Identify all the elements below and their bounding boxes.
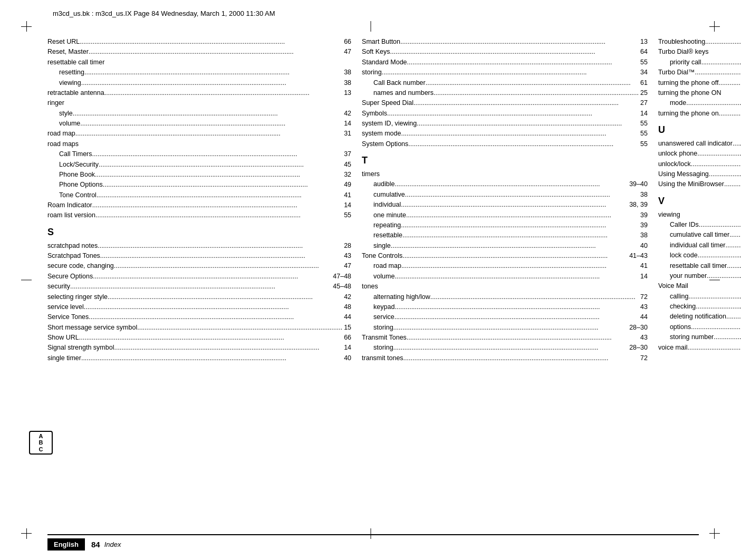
entry-number: 34	[640, 67, 648, 78]
entry-text: storing	[373, 323, 393, 333]
entry-text: Transmit Tones	[362, 333, 407, 343]
entry-number: 47	[344, 261, 351, 271]
entry-text: single timer	[47, 353, 81, 363]
entry-text: style	[59, 109, 73, 119]
entry-number: 14	[640, 272, 648, 282]
entry-number: 41	[344, 190, 351, 200]
entry-text: service level	[47, 302, 84, 312]
entry-dots: ........................................…	[84, 302, 342, 312]
entry-dots: ........................................…	[75, 129, 342, 139]
entry-text: Using Messaging	[658, 169, 709, 179]
entry-text: repeating	[373, 220, 401, 230]
entry-number: 55	[640, 57, 648, 67]
list-item: Symbols ................................…	[362, 109, 648, 119]
list-item: cumulative .............................…	[362, 190, 648, 200]
entry-text: Tone Control	[59, 190, 97, 200]
entry-number: 32	[344, 170, 351, 180]
entry-number: 13	[640, 37, 648, 47]
entry-dots: ........................................…	[70, 282, 331, 292]
entry-number: 37	[344, 149, 351, 159]
entry-number: 39	[640, 210, 648, 220]
list-item: service level ..........................…	[47, 302, 351, 312]
entry-text: Show URL	[47, 333, 79, 343]
entry-dots: ........................................…	[686, 98, 741, 108]
entry-text: Smart Button	[362, 37, 400, 47]
entry-dots: ........................................…	[434, 88, 639, 98]
page-header: m3cd_us.bk : m3cd_us.IX Page 84 Wednesda…	[53, 9, 688, 17]
list-item: Using the MiniBrowser ..................…	[658, 179, 741, 189]
entry-number: 38	[640, 230, 648, 240]
list-item: timers	[362, 169, 648, 179]
entry-number: 25	[640, 88, 648, 98]
entry-text: Turbo Dial™	[658, 67, 695, 78]
entry-text: turning the phone off	[658, 78, 718, 88]
entry-dots: ........................................…	[100, 251, 342, 261]
entry-dots: ........................................…	[403, 353, 639, 363]
entry-dots: ........................................…	[407, 333, 639, 343]
mid-mark-top	[370, 21, 371, 32]
entry-dots: ........................................…	[698, 250, 741, 260]
entry-dots: ........................................…	[394, 272, 639, 282]
entry-dots: ........................................…	[73, 109, 342, 119]
entry-number: 55	[640, 139, 648, 149]
list-item: unanswered call indicator ..............…	[658, 139, 741, 149]
list-item: single timer ...........................…	[47, 353, 351, 363]
list-item: Phone Book .............................…	[47, 170, 351, 180]
entry-number: 42	[344, 292, 351, 302]
entry-dots: ........................................…	[426, 78, 639, 88]
entry-dots: ........................................…	[393, 343, 628, 353]
entry-dots: ........................................…	[687, 343, 741, 353]
list-item: resettable call timer ..................…	[658, 261, 741, 271]
entry-number: 15	[344, 323, 351, 333]
entry-text: system ID, viewing	[362, 119, 417, 129]
list-item: resetting ..............................…	[47, 67, 351, 78]
entry-text: calling	[670, 292, 688, 302]
list-item: voice mail .............................…	[658, 343, 741, 353]
list-item: Using Messaging ........................…	[658, 169, 741, 179]
entry-dots: ........................................…	[393, 323, 628, 333]
list-item: storing number .........................…	[658, 332, 741, 342]
entry-number: 64	[640, 47, 648, 57]
entry-dots: ........................................…	[430, 292, 639, 302]
entry-dots: ........................................…	[707, 271, 741, 281]
entry-text: mode	[670, 98, 686, 108]
list-item: storing ................................…	[362, 343, 648, 353]
entry-dots: ........................................…	[691, 322, 741, 332]
list-item: Super Speed Dial .......................…	[362, 98, 648, 108]
corner-mark-tr	[709, 21, 720, 32]
entry-number: 40	[344, 353, 351, 363]
entry-text: scratchpad notes	[47, 241, 98, 251]
entry-dots: ........................................…	[89, 47, 342, 57]
entry-number: 55	[640, 129, 648, 139]
entry-text: security	[47, 282, 70, 292]
list-item: transmit tones .........................…	[362, 353, 648, 363]
entry-number: 66	[344, 333, 351, 343]
entry-number: 39–40	[629, 179, 648, 189]
entry-number: 43	[640, 333, 648, 343]
entry-text: resettable	[373, 230, 402, 240]
list-item: Show URL ...............................…	[47, 333, 351, 343]
entry-dots: ........................................…	[714, 332, 741, 342]
entry-dots: ........................................…	[719, 109, 741, 119]
entry-text: viewing	[658, 210, 680, 220]
entry-text: single	[373, 241, 391, 251]
entry-text: audible	[373, 179, 394, 189]
entry-text: Call Timers	[59, 149, 92, 159]
list-item: Turbo Dial® keys	[658, 47, 741, 57]
entry-number: 41	[640, 261, 648, 271]
entry-dots: ........................................…	[81, 353, 342, 363]
entry-dots: ........................................…	[695, 67, 741, 78]
entry-text: Reset, Master	[47, 47, 89, 57]
list-item: Reset, Master ..........................…	[47, 47, 351, 57]
entry-number: 47	[344, 47, 351, 57]
list-item: Transmit Tones .........................…	[362, 333, 648, 343]
entry-dots: ........................................…	[99, 160, 342, 170]
entry-dots: ........................................…	[402, 251, 628, 261]
entry-text: Scratchpad Tones	[47, 251, 100, 261]
entry-text: retractable antenna	[47, 88, 104, 98]
entry-dots: ........................................…	[699, 220, 741, 230]
entry-text: cumulative	[373, 190, 405, 200]
entry-text: Call Back number	[373, 78, 426, 88]
entry-dots: ........................................…	[92, 149, 343, 159]
section-letter-s: S	[47, 225, 351, 240]
